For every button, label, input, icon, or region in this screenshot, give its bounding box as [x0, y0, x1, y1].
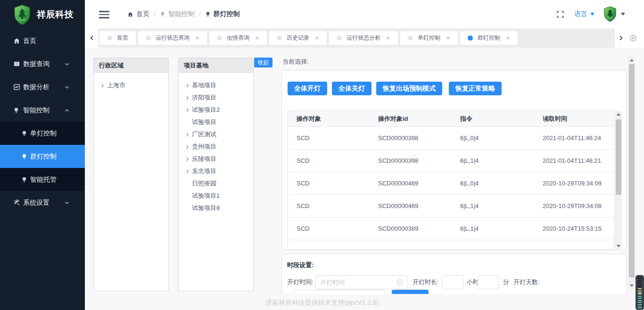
tab-close-icon[interactable] [195, 36, 199, 40]
home-icon [127, 11, 133, 17]
table-row[interactable]: SCDSCD000003986|L,0|42021-01-04T11:46:24 [288, 127, 614, 150]
tab-label: 历史记录 [287, 34, 309, 42]
base-tree-item-10[interactable]: 试验项目8 [179, 202, 253, 214]
tab-1[interactable]: 运行状态查询 [138, 31, 207, 45]
chevron-down-icon [65, 85, 69, 90]
language-switcher[interactable]: 语言 [574, 10, 594, 18]
tab-6[interactable]: 群灯控制 [460, 31, 518, 45]
base-tree-item-0[interactable]: 基地项目 [179, 79, 253, 92]
breadcrumb-home[interactable]: 首页 [136, 10, 149, 18]
scroll-up-arrow[interactable] [615, 111, 622, 117]
base-tree-item-8[interactable]: 日照茶园 [179, 177, 253, 190]
table-row[interactable]: SCDSCD000004696|L,1|42020-10-29T09:34:08 [288, 195, 614, 218]
page-scrollbar[interactable] [628, 57, 635, 289]
top-header: 首页 / 智能控制 / 群灯控制 语言 [85, 0, 644, 28]
tab-5[interactable]: 单灯控制 [400, 31, 458, 45]
sidebar-subitem-0[interactable]: 单灯控制 [0, 122, 85, 145]
action-button-0[interactable]: 全体开灯 [288, 82, 327, 95]
tab-close-icon[interactable] [386, 36, 390, 40]
tab-2[interactable]: 虫情查询 [209, 31, 267, 45]
tab-label: 单灯控制 [418, 34, 440, 42]
tabs-scroll-left-button[interactable] [85, 28, 98, 48]
sidebar-item-label: 智能控制 [23, 106, 50, 115]
scroll-down-arrow[interactable] [628, 282, 635, 289]
close-all-tabs-icon[interactable] [630, 35, 636, 42]
recording-indicator [636, 275, 644, 310]
second-row-button[interactable] [392, 290, 429, 294]
sidebar-item-label: 数据分析 [23, 83, 50, 92]
table-cell: SCD00000469 [370, 180, 452, 187]
action-button-3[interactable]: 恢复正常策略 [449, 82, 502, 95]
tab-3[interactable]: 历史记录 [269, 31, 327, 45]
tree-item-label: 东北项目 [192, 167, 216, 176]
sidebar-item-4[interactable]: 系统设置 [0, 191, 85, 214]
table-cell: 6|L,0|4 [452, 134, 534, 142]
tab-status-dot [337, 35, 342, 41]
hamburger-menu-icon[interactable] [99, 11, 109, 18]
base-tree-item-4[interactable]: 厂区测试 [179, 128, 253, 141]
tree-item-label: 济阳项目 [192, 93, 216, 102]
action-button-1[interactable]: 全体关灯 [332, 82, 372, 95]
base-tree-item-1[interactable]: 济阳项目 [179, 92, 253, 104]
scrollbar-thumb[interactable] [629, 64, 635, 277]
sidebar-item-1[interactable]: 数据查询 [0, 52, 85, 75]
tab-close-icon[interactable] [506, 36, 510, 40]
footer-text: 济南祥辰科技提供技术支持(ppcV1.2.8) [265, 299, 379, 307]
sidebar-subitem-1[interactable]: 群灯控制 [0, 145, 85, 168]
base-tree-item-2[interactable]: 试验项目2 [179, 104, 253, 116]
scroll-up-arrow[interactable] [628, 57, 635, 63]
tab-close-icon[interactable] [315, 36, 319, 40]
table-row[interactable]: SCDSCD000003896|L,1|42020-10-24T15:53:15 [288, 218, 614, 240]
user-menu[interactable] [603, 6, 625, 22]
chevron-down-icon [590, 13, 594, 16]
sidebar-item-0[interactable]: 首页 [0, 29, 85, 52]
sidebar: 祥辰科技 首页数据查询数据分析智能控制单灯控制群灯控制智能托管系统设置 [0, 0, 85, 310]
days-label: 开灯天数: [513, 275, 540, 289]
tree-item-label: 贵州项目 [192, 142, 216, 151]
base-tree-item-5[interactable]: 贵州项目 [179, 141, 253, 153]
tab-4[interactable]: 运行状态分析 [329, 31, 398, 45]
region-tree-item-0[interactable]: 上海市 [94, 79, 168, 92]
collapse-button[interactable]: 收起 [254, 58, 272, 67]
scroll-down-arrow[interactable] [615, 243, 622, 249]
brand: 祥辰科技 [0, 0, 85, 29]
sidebar-item-label: 首页 [23, 37, 36, 45]
base-tree-item-6[interactable]: 乐陵项目 [179, 153, 253, 165]
schedule-panel: 时段设置: 开灯时间: 开灯时长: 小时 分 开灯天数: [281, 254, 627, 294]
table-cell: SCD00000389 [370, 225, 452, 232]
table-cell: SCD00000398 [370, 157, 452, 164]
base-tree-item-7[interactable]: 东北项目 [179, 165, 253, 177]
project-base-panel-title: 项目基地 [179, 58, 253, 73]
bulb-icon [160, 11, 165, 17]
sidebar-submenu: 单灯控制群灯控制智能托管 [0, 122, 85, 191]
sidebar-subitem-2[interactable]: 智能托管 [0, 168, 85, 191]
breadcrumb: 首页 / 智能控制 / 群灯控制 [127, 0, 240, 28]
sidebar-item-3[interactable]: 智能控制 [0, 99, 85, 122]
sidebar-item-2[interactable]: 数据分析 [0, 75, 85, 99]
tab-close-icon[interactable] [446, 36, 450, 40]
second-row-input[interactable] [293, 290, 385, 294]
breadcrumb-level2[interactable]: 智能控制 [168, 10, 195, 18]
fullscreen-icon[interactable] [557, 11, 564, 18]
sidebar-subitem-label: 群灯控制 [30, 152, 57, 161]
duration-hour-input[interactable] [442, 275, 463, 289]
base-tree-item-9[interactable]: 试验项目1 [179, 190, 253, 202]
bulb-icon [21, 153, 28, 160]
table-row[interactable]: SCDSCD000004696|L,0|42020-10-29T09:34:09 [288, 172, 614, 195]
bulb-icon [21, 130, 28, 137]
table-cell: 2021-01-04T11:46:21 [534, 157, 614, 164]
action-button-2[interactable]: 恢复出场预制模式 [376, 82, 442, 95]
table-row[interactable]: SCDSCD000003986|L,1|42021-01-04T11:46:21 [288, 150, 614, 172]
table-cell: 6|L,0|4 [452, 180, 534, 187]
avatar [603, 6, 617, 22]
base-tree-item-3[interactable]: 试验项目 [179, 116, 253, 128]
duration-minute-input[interactable] [478, 275, 499, 289]
tab-close-icon[interactable] [255, 36, 259, 40]
tabs-scroll-right-button[interactable] [619, 35, 624, 41]
table-cell: 2020-10-24T15:53:15 [534, 225, 614, 232]
scrollbar-thumb[interactable] [616, 119, 621, 195]
tab-0[interactable]: 首页 [99, 31, 136, 45]
on-time-input[interactable] [315, 275, 407, 289]
tab-status-dot [277, 35, 282, 41]
table-scrollbar[interactable] [615, 111, 622, 249]
